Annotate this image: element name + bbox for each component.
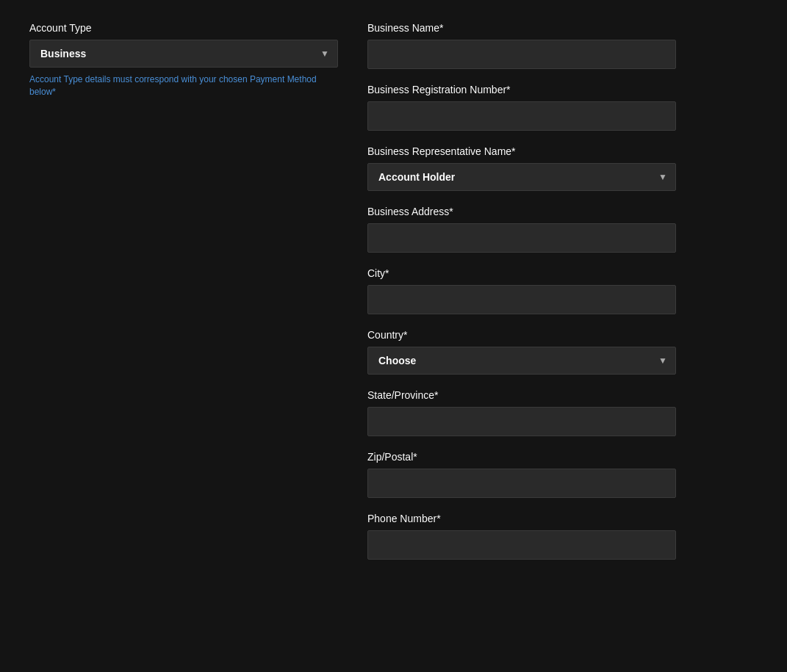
business-address-label: Business Address* <box>367 206 676 217</box>
phone-label: Phone Number* <box>367 513 676 524</box>
country-label: Country* <box>367 329 676 341</box>
zip-input[interactable] <box>367 469 676 498</box>
business-rep-select-wrapper: Account Holder Other ▼ <box>367 163 676 191</box>
account-type-select-wrapper: Business Personal ▼ <box>29 40 338 68</box>
phone-input[interactable] <box>367 530 676 560</box>
state-input[interactable] <box>367 407 676 436</box>
account-type-hint: Account Type details must correspond wit… <box>29 73 338 98</box>
business-reg-input[interactable] <box>367 101 676 131</box>
business-address-input[interactable] <box>367 223 676 253</box>
city-input[interactable] <box>367 285 676 314</box>
account-type-select[interactable]: Business Personal <box>29 40 338 68</box>
business-reg-label: Business Registration Number* <box>367 84 676 95</box>
country-select-wrapper: Choose United States United Kingdom Cana… <box>367 347 676 375</box>
business-rep-select[interactable]: Account Holder Other <box>367 163 676 191</box>
city-label: City* <box>367 267 676 279</box>
business-rep-label: Business Representative Name* <box>367 145 676 157</box>
country-select[interactable]: Choose United States United Kingdom Cana… <box>367 347 676 375</box>
state-label: State/Province* <box>367 389 676 401</box>
zip-label: Zip/Postal* <box>367 451 676 463</box>
business-name-label: Business Name* <box>367 22 676 34</box>
business-name-input[interactable] <box>367 40 676 69</box>
account-type-label: Account Type <box>29 22 338 34</box>
